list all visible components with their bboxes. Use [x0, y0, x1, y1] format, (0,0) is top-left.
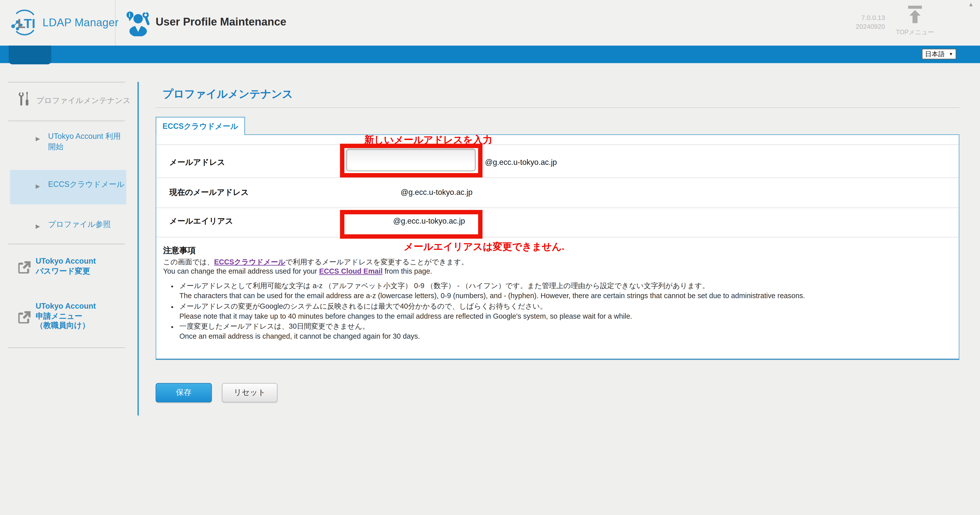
nav-active-indicator	[9, 46, 51, 64]
row-divider	[156, 144, 959, 145]
current-email-label: 現在のメールアドレス	[169, 188, 249, 198]
sidebar-divider	[8, 121, 125, 121]
bullet-jp: 一度変更したメールアドレスは、30日間変更できません。	[180, 321, 958, 331]
save-button[interactable]: 保存	[156, 383, 212, 402]
logo-text: LDAP Manager	[43, 16, 119, 29]
email-local-part-input[interactable]	[346, 149, 476, 171]
reset-button[interactable]: リセット	[222, 383, 277, 402]
annotation-new-email-hint: 新しいメールアドレスを入力	[364, 134, 492, 147]
bullet-en: Please note that it may take up to 40 mi…	[180, 311, 958, 321]
sidebar-divider	[8, 244, 125, 244]
version-number: 7.0.0.13	[856, 13, 885, 22]
build-date: 20240920	[856, 22, 885, 30]
row-divider	[156, 237, 959, 237]
bullet-en: The characters that can be used for the …	[180, 291, 958, 301]
external-link-icon	[16, 261, 31, 276]
sidebar-link-application-menu[interactable]: UTokyo Account 申請メニュー （教職員向け）	[35, 302, 96, 331]
email-address-label: メールアドレス	[169, 157, 225, 168]
link-line: UTokyo Account	[35, 302, 96, 311]
external-link-icon	[16, 311, 31, 326]
title-divider	[156, 108, 959, 109]
notes-bullet-list: メールアドレスとして利用可能な文字は a-z （アルファベット小文字） 0-9 …	[170, 281, 958, 342]
sidebar-group-header: プロファイルメンテナンス	[18, 91, 130, 108]
tools-icon	[18, 91, 31, 108]
sidebar-divider	[8, 347, 125, 348]
version-info: 7.0.0.13 20240920	[856, 13, 885, 30]
sidebar-group-title: プロファイルメンテナンス	[36, 95, 130, 106]
link-line: 申請メニュー	[35, 312, 82, 320]
triangle-right-icon: ▶	[35, 135, 40, 142]
top-menu-icon	[906, 5, 924, 24]
link-eccs-cloud-email-en[interactable]: ECCS Cloud Email	[319, 267, 383, 275]
bullet-en: Once an email address is changed, it can…	[180, 331, 958, 342]
mail-alias-label: メールエイリアス	[169, 216, 233, 227]
list-item: メールアドレスとして利用可能な文字は a-z （アルファベット小文字） 0-9 …	[180, 281, 958, 301]
intro-text: You can change the email address used fo…	[163, 267, 319, 275]
list-item: メールアドレスの変更がGoogleのシステムに反映されるには最大で40分かかるの…	[180, 301, 958, 321]
notes-heading: 注意事項	[163, 245, 196, 256]
mail-alias-value: @g.ecc.u-tokyo.ac.jp	[393, 217, 465, 226]
sidebar-link-password-change[interactable]: UTokyo Account パスワード変更	[35, 257, 96, 276]
notes-intro-en: You can change the email address used fo…	[163, 267, 432, 275]
intro-text: で利用するメールアドレスを変更することができます。	[285, 258, 468, 265]
chevron-down-icon: ▼	[949, 52, 953, 56]
sidebar-item-profile-reference[interactable]: プロファイル参照	[48, 219, 129, 230]
header-divider	[115, 0, 116, 46]
bullet-jp: メールアドレスとして利用可能な文字は a-z （アルファベット小文字） 0-9 …	[180, 281, 958, 291]
tab-panel: メールアドレス @g.ecc.u-tokyo.ac.jp 現在のメールアドレス …	[156, 134, 959, 360]
notes-intro-jp: この画面では、ECCSクラウドメールで利用するメールアドレスを変更することができ…	[163, 258, 468, 267]
header: L TI LDAP Manager i User Profile Mainten…	[0, 0, 980, 46]
ldap-manager-logo-icon: L TI	[10, 9, 39, 35]
row-divider	[156, 207, 959, 208]
user-profile-maintenance-icon: i	[126, 10, 151, 36]
list-item: 一度変更したメールアドレスは、30日間変更できません。 Once an emai…	[180, 321, 958, 342]
language-value: 日本語	[925, 50, 945, 59]
svg-text:TI: TI	[24, 16, 35, 31]
bullet-jp: メールアドレスの変更がGoogleのシステムに反映されるには最大で40分かかるの…	[180, 301, 958, 311]
sidebar-divider	[8, 82, 125, 82]
logo[interactable]: L TI LDAP Manager	[10, 9, 119, 35]
sidebar-border	[138, 82, 139, 415]
sidebar-item-eccs-cloud-mail[interactable]: ECCSクラウドメール	[48, 179, 129, 189]
app-root: L TI LDAP Manager i User Profile Mainten…	[0, 0, 980, 515]
sidebar: プロファイルメンテナンス ▶ UTokyo Account 利用開始 ▶ ECC…	[0, 63, 139, 438]
annotation-alias-hint: メールエイリアスは変更できません.	[404, 241, 565, 254]
nav-bar: 日本語 ▼	[0, 46, 980, 63]
language-select[interactable]: 日本語 ▼	[922, 49, 956, 59]
intro-text: from this page.	[383, 267, 432, 275]
page-title: プロファイルメンテナンス	[162, 87, 293, 101]
scroll-top-icon[interactable]: ▲	[968, 1, 974, 8]
intro-text: この画面では、	[163, 258, 214, 265]
top-menu-label: TOPメニュー	[895, 28, 935, 37]
link-line: パスワード変更	[35, 266, 90, 275]
email-domain-suffix: @g.ecc.u-tokyo.ac.jp	[485, 158, 557, 167]
tab-eccs-cloud-mail[interactable]: ECCSクラウドメール	[156, 117, 245, 135]
link-line: UTokyo Account	[35, 257, 96, 265]
main-content: プロファイルメンテナンス ECCSクラウドメール メールアドレス @g.ecc.…	[156, 63, 959, 515]
current-email-value: @g.ecc.u-tokyo.ac.jp	[401, 188, 473, 197]
top-menu-button[interactable]: TOPメニュー	[895, 5, 935, 37]
app-title: User Profile Maintenance	[156, 16, 286, 29]
triangle-right-icon: ▶	[35, 183, 40, 189]
row-divider	[156, 177, 959, 178]
sidebar-item-utokyo-account-start[interactable]: UTokyo Account 利用開始	[48, 131, 123, 152]
svg-text:i: i	[129, 12, 130, 18]
link-eccs-cloud-mail-jp[interactable]: ECCSクラウドメール	[214, 258, 285, 265]
link-line: （教職員向け）	[35, 321, 89, 330]
triangle-right-icon: ▶	[35, 223, 40, 229]
